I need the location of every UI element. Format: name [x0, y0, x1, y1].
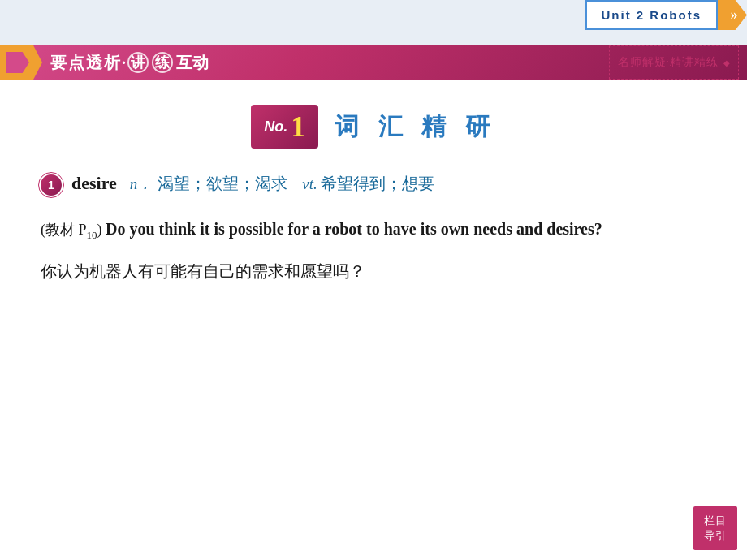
- nav-button[interactable]: 栏目 导引: [693, 506, 737, 550]
- example-sentence-en: (教材 P10) Do you think it is possible for…: [41, 215, 706, 244]
- section-title-circle1: 讲: [127, 52, 149, 73]
- header-inner-arrow: [6, 52, 29, 73]
- word-number-badge: 1: [41, 174, 62, 196]
- word-pos-n: n．: [130, 174, 153, 195]
- word-headword: desire: [71, 173, 117, 194]
- section-title-part2: 互动: [176, 52, 209, 74]
- word-meaning-n: 渴望；欲望；渴求: [158, 173, 287, 195]
- unit-header: Unit 2 Robots »: [585, 0, 748, 30]
- word-meaning-vt: 希望得到；想要: [321, 173, 434, 195]
- vocab-heading: No. 1 词 汇 精 研: [41, 105, 706, 149]
- word-entry-desire: 1 desire n． 渴望；欲望；渴求 vt. 希望得到；想要: [41, 173, 706, 196]
- nav-button-line1: 栏目: [704, 514, 727, 528]
- unit-label: Unit 2 Robots: [585, 0, 719, 30]
- example-sentence-zh: 你认为机器人有可能有自己的需求和愿望吗？: [41, 257, 706, 285]
- chevron-right-icon: »: [718, 0, 747, 30]
- textbook-ref: (教材 P10): [41, 222, 106, 238]
- nav-button-line2: 导引: [704, 528, 727, 543]
- section-title-part1: 要点透析·: [50, 52, 127, 74]
- subtitle-area: 名师解疑·精讲精练 ◆: [609, 45, 740, 80]
- no1-number: 1: [291, 110, 305, 144]
- textbook-ref-text: (教材 P: [41, 222, 87, 238]
- subtitle-diamond-icon: ◆: [723, 58, 730, 67]
- unit-label-text: Unit 2 Robots: [602, 8, 702, 22]
- vocab-section-title: 词 汇 精 研: [335, 110, 496, 144]
- no-text: No.: [264, 118, 287, 136]
- word-separator: [291, 174, 299, 193]
- word-pos-vt: vt.: [302, 175, 317, 193]
- textbook-subscript: 10: [87, 229, 97, 241]
- example-zh-text: 你认为机器人有可能有自己的需求和愿望吗？: [41, 262, 365, 280]
- word-number: 1: [48, 179, 54, 192]
- main-content-area: No. 1 词 汇 精 研 1 desire n． 渴望；欲望；渴求 vt. 希…: [0, 80, 747, 560]
- no1-badge: No. 1: [251, 105, 318, 149]
- example-en-text: Do you think it is possible for a robot …: [106, 220, 602, 238]
- textbook-close: ): [97, 222, 102, 238]
- subtitle-text: 名师解疑·精讲精练: [618, 55, 719, 70]
- section-title-circle2: 练: [152, 52, 173, 73]
- header-arrow-icon: [0, 45, 42, 80]
